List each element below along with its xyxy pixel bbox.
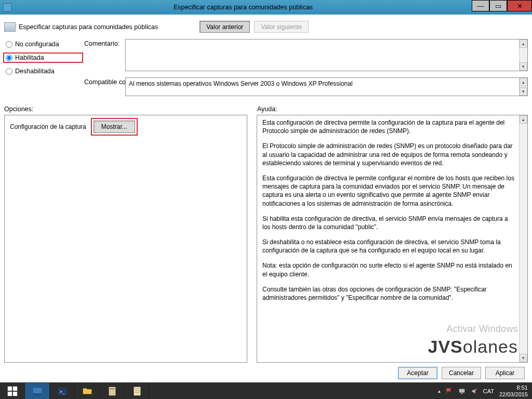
taskbar-powershell[interactable]: >_ <box>50 383 75 399</box>
sound-icon[interactable] <box>471 388 478 395</box>
policy-title: Especificar capturas para comunidades pú… <box>19 23 158 31</box>
comment-scrollbar[interactable]: ▴ ▾ <box>519 39 527 71</box>
window-title: Especificar capturas para comunidades pú… <box>15 4 472 11</box>
svg-rect-14 <box>459 389 465 392</box>
compat-label: Compatible con: <box>84 77 123 86</box>
section-labels: Opciones: Ayuda: <box>4 105 528 113</box>
watermark: Activar Windows JVSolanes <box>428 323 518 359</box>
powershell-icon: >_ <box>57 385 68 397</box>
top-grid: No configurada Habilitada Deshabilitada … <box>4 39 528 96</box>
compat-text: Al menos sistemas operativos Windows Ser… <box>126 78 519 96</box>
svg-rect-4 <box>33 388 42 393</box>
compat-box: Al menos sistemas operativos Windows Ser… <box>125 77 528 96</box>
compat-scrollbar[interactable]: ▴ ▾ <box>519 78 527 96</box>
help-label: Ayuda: <box>257 105 277 113</box>
cancel-button[interactable]: Cancelar <box>442 367 481 379</box>
logo-bold: JVS <box>428 337 463 356</box>
dialog-buttons: Aceptar Cancelar Aplicar <box>4 363 528 382</box>
prev-setting-button[interactable]: Valor anterior <box>200 21 250 33</box>
clock[interactable]: 8:51 22/03/2015 <box>499 384 528 397</box>
clock-time: 8:51 <box>517 384 528 391</box>
scroll-up-icon[interactable]: ▴ <box>520 78 527 86</box>
help-p2: El Protocolo simple de administración de… <box>262 142 515 167</box>
system-tray: ▴ CAT 8:51 22/03/2015 <box>434 383 532 399</box>
apply-button[interactable]: Aplicar <box>485 367 525 379</box>
help-text: Esta configuración de directiva permite … <box>257 115 519 362</box>
flag-icon[interactable] <box>446 388 453 395</box>
radio-enabled-input[interactable] <box>6 55 12 61</box>
svg-rect-10 <box>134 387 140 395</box>
taskbar-server-manager[interactable] <box>25 383 50 399</box>
client-area: Especificar capturas para comunidades pú… <box>0 15 532 382</box>
radio-disabled-label: Deshabilitada <box>15 68 55 75</box>
activate-windows-text: Activar Windows <box>428 323 518 335</box>
radio-disabled-input[interactable] <box>6 68 12 75</box>
svg-rect-1 <box>12 386 17 390</box>
help-panel: Esta configuración de directiva permite … <box>257 115 528 363</box>
policy-state-radios: No configurada Habilitada Deshabilitada <box>4 39 82 75</box>
document-icon <box>107 385 118 397</box>
help-p6: Nota: esta opción de configuración no su… <box>262 261 515 278</box>
scroll-up-icon[interactable]: ▴ <box>520 39 527 48</box>
radio-not-configured[interactable]: No configurada <box>4 40 82 48</box>
comment-textarea[interactable]: ▴ ▾ <box>125 39 528 71</box>
windows-icon <box>7 385 18 397</box>
taskbar-explorer[interactable] <box>75 383 100 399</box>
maximize-button[interactable]: ▭ <box>489 0 507 11</box>
help-p4: Si habilita esta configuración de direct… <box>262 215 515 231</box>
taskbar: >_ ▴ CAT 8:51 22/03/2015 <box>0 382 532 399</box>
app-icon <box>3 3 11 11</box>
taskbar-app-1[interactable] <box>100 383 125 399</box>
options-panel: Configuración de la captura Mostrar... <box>4 115 247 363</box>
panels: Configuración de la captura Mostrar... E… <box>4 115 528 363</box>
help-scrollbar[interactable]: ▴ ▾ <box>519 115 527 362</box>
svg-rect-8 <box>109 387 115 395</box>
radio-not-configured-label: No configurada <box>15 41 59 48</box>
radio-disabled[interactable]: Deshabilitada <box>4 67 82 75</box>
clock-date: 22/03/2015 <box>499 391 528 397</box>
folder-icon <box>82 385 93 397</box>
svg-rect-9 <box>110 388 114 389</box>
tray-overflow-icon[interactable]: ▴ <box>438 388 441 394</box>
policy-icon <box>4 22 16 32</box>
gpo-policy-window: Especificar capturas para comunidades pú… <box>0 0 532 399</box>
ok-button[interactable]: Aceptar <box>398 367 437 379</box>
radio-enabled[interactable]: Habilitada <box>4 54 82 62</box>
options-label: Opciones: <box>4 105 257 113</box>
scroll-down-icon[interactable]: ▾ <box>520 87 527 96</box>
svg-rect-3 <box>12 391 17 395</box>
start-button[interactable] <box>0 383 25 399</box>
svg-text:>_: >_ <box>59 389 65 394</box>
close-button[interactable]: ✕ <box>507 0 532 11</box>
language-indicator[interactable]: CAT <box>483 388 494 394</box>
help-p5: Si deshabilita o no establece esta confi… <box>262 238 515 255</box>
scroll-up-icon[interactable]: ▴ <box>520 115 527 124</box>
minimize-button[interactable]: — <box>472 0 489 11</box>
server-manager-icon <box>32 385 43 397</box>
trap-config-row: Configuración de la captura Mostrar... <box>10 121 242 133</box>
svg-rect-2 <box>7 391 11 395</box>
header-row: Especificar capturas para comunidades pú… <box>4 21 528 33</box>
svg-rect-15 <box>461 393 463 394</box>
logo-rest: olanes <box>463 337 518 356</box>
help-p7: Consulte también las otras dos opciones … <box>262 285 515 302</box>
scroll-down-icon[interactable]: ▾ <box>520 354 527 362</box>
svg-point-16 <box>475 388 477 390</box>
help-p1: Esta configuración de directiva permite … <box>262 118 515 135</box>
svg-rect-5 <box>33 393 42 395</box>
next-setting-button: Valor siguiente <box>254 21 309 33</box>
window-controls: — ▭ ✕ <box>472 0 532 15</box>
notepad-icon <box>131 385 143 397</box>
comment-label: Comentario: <box>84 39 123 47</box>
scroll-down-icon[interactable]: ▾ <box>520 62 527 71</box>
radio-enabled-label: Habilitada <box>15 54 44 61</box>
titlebar: Especificar capturas para comunidades pú… <box>0 0 532 15</box>
radio-not-configured-input[interactable] <box>6 41 12 48</box>
trap-config-label: Configuración de la captura <box>10 123 86 130</box>
show-button[interactable]: Mostrar... <box>94 121 135 133</box>
taskbar-app-2[interactable] <box>125 383 150 399</box>
svg-rect-0 <box>7 386 11 390</box>
help-p3: Esta configuración de directiva le permi… <box>262 174 515 208</box>
network-icon[interactable] <box>458 388 466 395</box>
